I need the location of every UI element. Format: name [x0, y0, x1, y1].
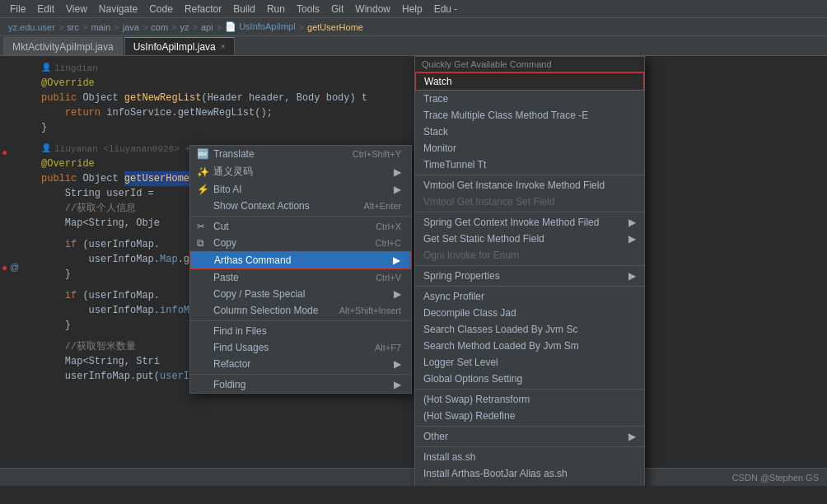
- ctx-find-files[interactable]: Find in Files: [190, 323, 411, 339]
- sub-monitor[interactable]: Monitor: [415, 140, 644, 156]
- sub-redefine[interactable]: (Hot Swap) Redefine: [415, 408, 644, 424]
- ctx-refactor[interactable]: Refactor ▶: [190, 356, 411, 372]
- status-text: CSDN @Stephen GS: [732, 473, 819, 483]
- ctx-cut[interactable]: ✂ Cut Ctrl+X: [190, 218, 411, 235]
- sub-vmtool-set: Vmtool Get Instance Set Field: [415, 194, 644, 210]
- arrow-icon: ▶: [628, 217, 636, 228]
- ctx-arthas[interactable]: Arthas Command ▶: [190, 251, 411, 269]
- sub-spring-properties[interactable]: Spring Properties ▶: [415, 268, 644, 284]
- ctx-sep: [190, 320, 411, 321]
- sub-vmtool-invoke[interactable]: Vmtool Get Instance Invoke Method Field: [415, 177, 644, 194]
- ctx-bito-label: Bito AI: [213, 184, 242, 195]
- tab-usinfo[interactable]: UsInfoApiImpl.java ×: [124, 37, 235, 55]
- code-line: String userId =: [0, 186, 827, 201]
- menu-edit[interactable]: Edit: [32, 2, 59, 16]
- tab-mktactivity[interactable]: MktActivityApiImpl.java: [3, 37, 123, 55]
- code-line: }: [0, 267, 827, 282]
- menu-navigate[interactable]: Navigate: [94, 2, 143, 16]
- menu-git[interactable]: Git: [326, 2, 348, 16]
- ctx-cut-shortcut: Ctrl+X: [376, 222, 401, 231]
- sub-search-classes-label: Search Classes Loaded By Jvm Sc: [423, 324, 577, 335]
- sub-retransform-label: (Hot Swap) Retransform: [423, 394, 530, 405]
- code-line: userInfoMap.Map.get("nickname"))));: [0, 252, 827, 267]
- ctx-bito[interactable]: ⚡ Bito AI ▶: [190, 181, 411, 198]
- menu-view[interactable]: View: [61, 2, 92, 16]
- arrow-icon: ▶: [394, 184, 401, 195]
- sub-async-profiler[interactable]: Async Profiler: [415, 288, 644, 305]
- gutter-at: @: [10, 262, 19, 272]
- sub-timetunnel[interactable]: TimeTunnel Tt: [415, 156, 644, 173]
- menu-run[interactable]: Run: [262, 2, 290, 16]
- sub-sep: [415, 446, 644, 447]
- menu-refactor[interactable]: Refactor: [180, 2, 227, 16]
- menu-code[interactable]: Code: [144, 2, 178, 16]
- code-content: 👤 lingdian @Override public Object getNe…: [0, 56, 827, 389]
- sub-install-bootjar-label: Install Arthas-BootJar Alias as.sh: [423, 468, 568, 479]
- ctx-folding-label: Folding: [213, 379, 245, 390]
- ctx-translate[interactable]: 🔤 Translate Ctrl+Shift+Y: [190, 146, 411, 162]
- translate-icon: 🔤: [197, 148, 209, 160]
- ctx-folding[interactable]: Folding ▶: [190, 376, 411, 393]
- sub-spring-get-context[interactable]: Spring Get Context Invoke Method Filed ▶: [415, 214, 644, 231]
- ctx-copy-paste-label: Copy / Paste Special: [213, 288, 305, 300]
- ctx-find-files-label: Find in Files: [213, 325, 267, 337]
- ctx-sep: [190, 374, 411, 375]
- user-icon: 👤: [41, 61, 51, 76]
- ctx-show-context-shortcut: Alt+Enter: [363, 201, 401, 211]
- ctx-copy-paste-special[interactable]: Copy / Paste Special ▶: [190, 286, 411, 302]
- gutter-marker: ●: [2, 262, 7, 273]
- bito-icon: ⚡: [197, 184, 209, 195]
- sub-ogni-label: Ogni Invoke for Enum: [423, 250, 519, 261]
- code-line: //获取个人信息: [0, 201, 827, 216]
- close-icon[interactable]: ×: [221, 42, 226, 51]
- breadcrumb-part: yz.edu.user: [8, 22, 55, 32]
- menu-help[interactable]: Help: [397, 2, 428, 16]
- sub-global-options[interactable]: Global Options Setting: [415, 371, 644, 387]
- context-menu: 🔤 Translate Ctrl+Shift+Y ✨ 通义灵码 ▶ ⚡ Bito…: [189, 145, 412, 394]
- ctx-show-context[interactable]: Show Context Actions Alt+Enter: [190, 198, 411, 214]
- ctx-copy[interactable]: ⧉ Copy Ctrl+C: [190, 235, 411, 251]
- user-icon: 👤: [41, 142, 51, 156]
- code-line: if (userInfoMap.: [0, 288, 827, 303]
- code-line: if (userInfoMap.: [0, 237, 827, 252]
- breadcrumb-part: yz: [180, 22, 189, 32]
- ctx-col-select[interactable]: Column Selection Mode Alt+Shift+Insert: [190, 302, 411, 319]
- sub-monitor-label: Monitor: [423, 142, 456, 154]
- sub-search-classes[interactable]: Search Classes Loaded By Jvm Sc: [415, 321, 644, 338]
- sub-get-set-static[interactable]: Get Set Static Method Field ▶: [415, 231, 644, 247]
- arrow-icon: ▶: [628, 270, 636, 282]
- sub-decompile[interactable]: Decompile Class Jad: [415, 305, 644, 321]
- sub-install-bootjar[interactable]: Install Arthas-BootJar Alias as.sh: [415, 465, 644, 482]
- menu-build[interactable]: Build: [228, 2, 260, 16]
- menu-edu[interactable]: Edu -: [429, 2, 463, 16]
- sub-special-link[interactable]: Arthas Special Use Link: [415, 482, 644, 486]
- sub-sep: [415, 286, 644, 287]
- sub-trace-label: Trace: [423, 93, 448, 105]
- menu-window[interactable]: Window: [350, 2, 395, 16]
- ctx-copy-label: Copy: [213, 237, 236, 249]
- ctx-find-usages-shortcut: Alt+F7: [375, 343, 401, 352]
- sub-logger-label: Logger Set Level: [423, 357, 498, 368]
- sub-retransform[interactable]: (Hot Swap) Retransform: [415, 391, 644, 408]
- quick-cmd-label: Quickly Get Available Command: [422, 59, 552, 69]
- sub-timetunnel-label: TimeTunnel Tt: [423, 159, 486, 170]
- sub-watch-label: Watch: [424, 76, 452, 87]
- code-line: //获取智米数量: [0, 339, 827, 354]
- menu-tools[interactable]: Tools: [292, 2, 325, 16]
- ctx-find-usages[interactable]: Find Usages Alt+F7: [190, 339, 411, 356]
- code-line: }: [0, 318, 827, 333]
- sub-search-method[interactable]: Search Method Loaded By Jvm Sm: [415, 338, 644, 354]
- sub-watch[interactable]: Watch: [415, 72, 644, 91]
- sub-other[interactable]: Other ▶: [415, 428, 644, 445]
- sub-trace[interactable]: Trace: [415, 91, 644, 107]
- arthas-submenu: Quickly Get Available Command Watch Trac…: [414, 56, 645, 486]
- sub-trace-multiple[interactable]: Trace Multiple Class Method Trace -E: [415, 107, 644, 124]
- ctx-tongyi[interactable]: ✨ 通义灵码 ▶: [190, 162, 411, 181]
- ctx-paste[interactable]: Paste Ctrl+V: [190, 269, 411, 286]
- ctx-tongyi-label: 通义灵码: [213, 165, 253, 179]
- ctx-sep: [190, 216, 411, 217]
- sub-stack[interactable]: Stack: [415, 124, 644, 140]
- sub-install-sh[interactable]: Install as.sh: [415, 449, 644, 465]
- sub-logger[interactable]: Logger Set Level: [415, 354, 644, 371]
- menu-file[interactable]: File: [5, 2, 30, 16]
